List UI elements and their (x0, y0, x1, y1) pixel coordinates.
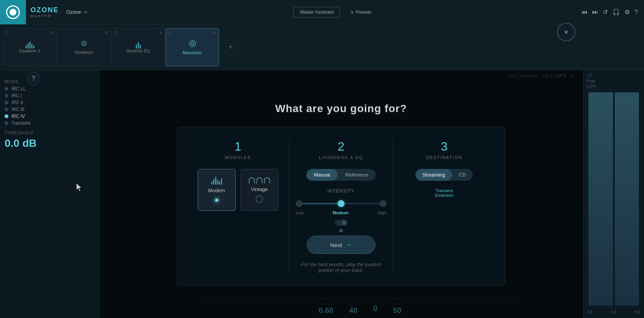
pencil-icon[interactable]: ✏ (84, 10, 88, 15)
tab-close-icon[interactable]: ✕ (50, 30, 54, 35)
streaming-option[interactable]: Streaming (415, 169, 452, 181)
peak-label: Peak (586, 79, 641, 83)
tab-info-icon: ⓘ (6, 30, 10, 35)
meter-bar-right (615, 92, 639, 306)
top-bar-center: Master Assistant ≡ Presets (88, 7, 581, 18)
question-icon[interactable]: ? (634, 9, 638, 16)
slider-low-label: Low (296, 210, 303, 215)
meter-values: 0.0 0.0 0.0 (586, 309, 641, 315)
vintage-radio[interactable] (256, 195, 263, 203)
slider-high-label: High (378, 210, 386, 215)
meter-val-3: 0.0 (635, 310, 640, 314)
mode-dot-transient (5, 121, 8, 125)
meter-bars (588, 92, 639, 306)
manual-option[interactable]: Manual (306, 169, 338, 181)
mode-dot-irc-iv (5, 114, 8, 118)
presets-label: Presets (356, 10, 371, 15)
tab-dynamic-eq-label: Dynamic EQ (126, 48, 150, 53)
list-icon: ≡ (351, 10, 353, 15)
modern-radio[interactable] (213, 196, 221, 204)
lufs-label: LUFS (586, 85, 641, 89)
cd-option[interactable]: CD (452, 169, 473, 181)
next-button[interactable]: Next → (307, 236, 375, 254)
mode-irc-iv[interactable]: IRC IV (5, 114, 94, 119)
right-panel: I O Peak LUFS 0.0 0.0 0.0 (583, 70, 644, 318)
slider-mid-label: Medium (333, 210, 349, 215)
tab-dynamics[interactable]: ✕ ⊘ Dynamics (57, 28, 111, 66)
step3-label: DESTINATION (426, 155, 462, 160)
equalizer-icon (26, 40, 34, 48)
brand-name: OZONE (31, 6, 59, 14)
module-tabs: ⓘ ✕ Equalizer 1 ✕ ⊘ Dynamics ⓘ ✕ Dynamic… (0, 24, 644, 70)
brand-sub: MASTER (31, 14, 59, 18)
add-module-button[interactable]: + (223, 40, 238, 55)
step1-number: 1 (235, 140, 242, 154)
mode-irc-i[interactable]: IRC I (5, 93, 94, 98)
help-button[interactable]: ? (27, 72, 40, 85)
wizard-step-modules: 1 MODULES (187, 140, 290, 273)
master-assistant-button[interactable]: Master Assistant (293, 7, 340, 18)
threshold-label: Threshold (5, 130, 94, 135)
mode-text-irc-iv: IRC IV (11, 114, 25, 119)
next-arrow-icon: → (346, 241, 352, 248)
tab-close-icon[interactable]: ✕ (105, 30, 108, 35)
mode-irc-ii[interactable]: IRC II (5, 100, 94, 105)
forward-icon[interactable]: ⏭ (592, 9, 598, 16)
preset-name: Ozone (66, 9, 81, 15)
settings-icon[interactable]: ⚙ (625, 8, 630, 16)
small-toggle[interactable] (335, 220, 347, 226)
intensity-slider[interactable]: Low Medium High (296, 197, 386, 215)
module-card-vintage[interactable]: Vintage (240, 169, 279, 211)
app-logo (0, 0, 26, 24)
slider-right-cap (380, 200, 386, 207)
tab-close-icon[interactable]: ✕ (159, 30, 162, 35)
tab-close-icon[interactable]: ✕ (213, 30, 216, 35)
tab-info-icon: ⓘ (168, 30, 172, 35)
mode-dot-irc-ii (5, 101, 8, 104)
wizard-step-destination: 3 DESTINATION Streaming CD TransientEmph… (393, 140, 496, 273)
close-button[interactable]: × (557, 23, 575, 41)
tab-equalizer[interactable]: ⓘ ✕ Equalizer 1 (3, 28, 56, 66)
step2-number: 2 (338, 140, 345, 154)
mode-irc-iii[interactable]: IRC III (5, 107, 94, 112)
step3-number: 3 (441, 140, 448, 154)
right-meter (586, 90, 641, 308)
module-cards: Modern (198, 169, 279, 211)
module-card-modern[interactable]: Modern (198, 169, 236, 211)
slider-thumb[interactable] (338, 200, 345, 207)
wizard-dialog: What are you going for? 1 MODULES (177, 103, 505, 286)
mode-text-irc-iii: IRC III (11, 107, 24, 112)
mode-text-irc-ll: IRC LL (11, 86, 26, 92)
center-content: What are you going for? 1 MODULES (99, 70, 583, 318)
transient-emphasis-label: TransientEmphasis (435, 188, 453, 198)
mode-dot-irc-i (5, 94, 8, 98)
reference-option[interactable]: Reference (338, 169, 376, 181)
tab-maximizer[interactable]: ⓘ ✕ ◎ Maximizer (166, 28, 219, 66)
headphone-icon[interactable]: 🎧 (612, 8, 620, 16)
tab-dynamics-label: Dynamics (75, 50, 93, 55)
wizard-title: What are you going for? (177, 103, 505, 115)
tab-info-icon: ⓘ (114, 30, 118, 35)
toggle-thumb (342, 220, 346, 225)
maximizer-icon: ◎ (189, 38, 196, 48)
io-label: I O (587, 73, 592, 77)
wizard-overlay: What are you going for? 1 MODULES (99, 70, 583, 318)
top-bar-right: ⏮ ⏭ ↺ 🎧 ⚙ ? (581, 8, 644, 16)
meter-bar-left (588, 92, 613, 306)
slider-left-cap (296, 200, 303, 207)
undo-icon[interactable]: ↺ (603, 8, 608, 16)
tab-maximizer-label: Maximizer (183, 50, 202, 55)
modern-label: Modern (208, 188, 225, 193)
mode-dot-irc-ll (5, 87, 8, 91)
step1-label: MODULES (225, 155, 251, 160)
tab-dynamic-eq[interactable]: ⓘ ✕ Dynamic EQ (111, 28, 165, 66)
mode-text-transient: Transient (11, 120, 31, 126)
rewind-icon[interactable]: ⏮ (581, 9, 588, 16)
modern-waveform-icon (211, 176, 222, 185)
intensity-label: Intensity (327, 188, 355, 194)
mode-irc-ll[interactable]: IRC LL (5, 86, 94, 92)
presets-button[interactable]: ≡ Presets (346, 7, 376, 17)
mode-transient[interactable]: Transient (5, 120, 94, 126)
mode-label: Mode (5, 79, 94, 84)
mode-text-irc-i: IRC I (11, 93, 22, 98)
